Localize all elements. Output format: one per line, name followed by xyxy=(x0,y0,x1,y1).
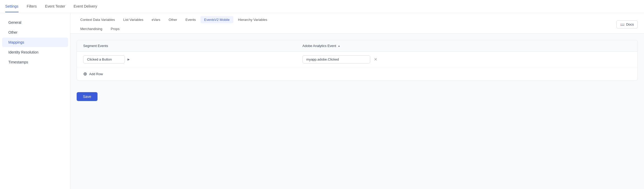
subtab-context-data[interactable]: Context Data Variables xyxy=(77,16,119,23)
tab-filters[interactable]: Filters xyxy=(27,1,37,12)
sort-icon[interactable]: ▲ xyxy=(338,44,340,47)
add-circle-icon: ⊕ xyxy=(83,71,87,77)
docs-button[interactable]: 📖 Docs xyxy=(616,20,638,28)
subtab-evars[interactable]: eVars xyxy=(148,16,164,23)
arrow-icon: ▶ xyxy=(127,58,130,61)
subtab-list-variables[interactable]: List Variables xyxy=(120,16,147,23)
tab-settings[interactable]: Settings xyxy=(5,1,19,12)
subtab-other[interactable]: Other xyxy=(165,16,181,23)
table-row: Clicked a Button ▶ ✕ xyxy=(77,52,637,67)
sidebar-item-timestamps[interactable]: Timestamps xyxy=(2,57,68,67)
sidebar-item-general[interactable]: General xyxy=(2,18,68,27)
sidebar-item-identity-resolution[interactable]: Identity Resolution xyxy=(2,48,68,57)
header-adobe-analytics-event: Adobe Analytics Event ▲ xyxy=(302,44,631,48)
top-navigation: Settings Filters Event Tester Event Deli… xyxy=(0,0,644,13)
adobe-event-input[interactable] xyxy=(302,55,370,63)
tab-event-tester[interactable]: Event Tester xyxy=(45,1,65,12)
book-icon: 📖 xyxy=(620,22,624,26)
tab-event-delivery[interactable]: Event Delivery xyxy=(74,1,97,12)
sidebar-item-mappings[interactable]: Mappings xyxy=(2,38,68,47)
subtab-hierarchy[interactable]: Hierarchy Variables xyxy=(234,16,271,23)
mappings-table-container: Segment Events Adobe Analytics Event ▲ C… xyxy=(77,40,638,81)
header-segment-events: Segment Events xyxy=(83,44,302,48)
remove-row-button[interactable]: ✕ xyxy=(373,56,378,63)
sub-tabs-wrapper: Context Data Variables List Variables eV… xyxy=(70,13,644,34)
mappings-table-header: Segment Events Adobe Analytics Event ▲ xyxy=(77,40,637,52)
add-row-button[interactable]: ⊕ Add Row xyxy=(77,67,637,80)
header-col2-label: Adobe Analytics Event xyxy=(302,44,336,48)
sidebar-item-other[interactable]: Other xyxy=(2,28,68,37)
content-area: Context Data Variables List Variables eV… xyxy=(70,13,644,189)
row-col2: ✕ xyxy=(302,55,631,63)
sidebar: General Other Mappings Identity Resoluti… xyxy=(0,13,70,189)
save-button[interactable]: Save xyxy=(77,92,98,101)
sub-tabs-row2: Merchandising Props xyxy=(77,24,616,33)
sub-tabs-left: Context Data Variables List Variables eV… xyxy=(77,15,616,33)
add-row-label: Add Row xyxy=(89,72,103,76)
subtab-events[interactable]: Events xyxy=(182,16,199,23)
subtab-props[interactable]: Props xyxy=(107,25,123,32)
subtab-merchandising[interactable]: Merchandising xyxy=(77,25,106,32)
row-col1: Clicked a Button ▶ xyxy=(83,55,302,63)
main-layout: General Other Mappings Identity Resoluti… xyxy=(0,13,644,189)
save-section: Save xyxy=(70,87,644,106)
subtab-eventsv2-mobile[interactable]: EventsV2 Mobile xyxy=(201,16,233,23)
docs-button-label: Docs xyxy=(626,22,634,26)
sub-tabs-row1: Context Data Variables List Variables eV… xyxy=(77,15,616,24)
segment-event-input[interactable]: Clicked a Button xyxy=(83,55,125,63)
